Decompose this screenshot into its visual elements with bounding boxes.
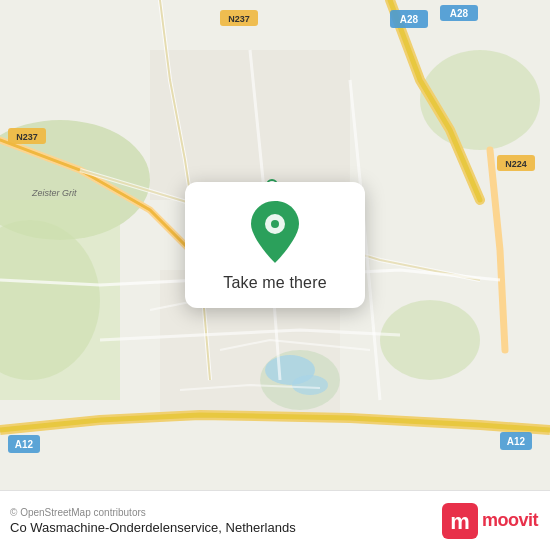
take-me-there-button[interactable]: Take me there [223,274,326,292]
svg-rect-5 [0,200,120,400]
svg-point-29 [271,220,279,228]
moovit-logo: m moovit [442,503,538,539]
map-pin-icon [245,202,305,262]
svg-text:m: m [450,509,470,534]
map-attribution: © OpenStreetMap contributors [10,507,296,518]
footer-bar: © OpenStreetMap contributors Co Wasmachi… [0,490,550,550]
footer-info: © OpenStreetMap contributors Co Wasmachi… [10,507,296,535]
svg-point-6 [380,300,480,380]
svg-text:A28: A28 [400,14,419,25]
svg-text:N237: N237 [228,14,250,24]
moovit-brand-text: moovit [482,510,538,531]
svg-text:A12: A12 [507,436,526,447]
location-name: Co Wasmachine-Onderdelenservice, Netherl… [10,520,296,535]
moovit-icon: m [442,503,478,539]
cta-card: Take me there [185,182,365,308]
svg-point-11 [292,375,328,395]
svg-text:N237: N237 [16,132,38,142]
svg-text:N224: N224 [505,159,527,169]
svg-text:Zeister Grit: Zeister Grit [31,188,77,198]
map-area: A28 A12 A12 N237 N237 N224 A28 [0,0,550,490]
svg-text:A12: A12 [15,439,34,450]
svg-point-4 [420,50,540,150]
svg-text:A28: A28 [450,8,469,19]
